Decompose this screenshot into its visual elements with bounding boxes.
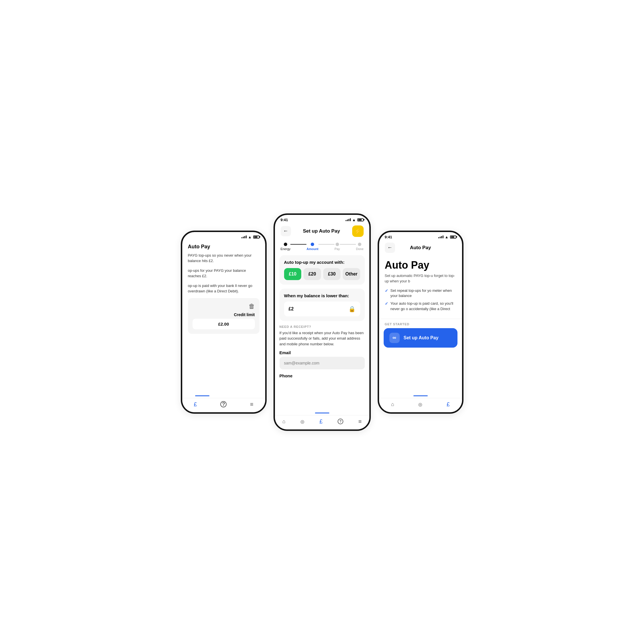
right-nav-header: ← Auto Pay <box>379 240 462 256</box>
left-desc1: PAYG top-ups so you never when your bala… <box>188 253 259 264</box>
center-help-icon: ? <box>338 419 343 424</box>
right-home-icon: ⌂ <box>391 401 394 407</box>
center-lightning-icon: ⚡ <box>354 228 361 235</box>
autopay-hero-subtitle: Set up automatic PAYG top-u forget to to… <box>379 273 462 288</box>
step-done: Done <box>356 243 363 251</box>
center-phone: 9:41 ▲ ← Set up Auto Pay ⚡ <box>274 213 371 431</box>
left-tab-indicator <box>195 395 209 396</box>
right-tab-bar: ⌂ ◎ £ <box>379 398 462 412</box>
center-back-button[interactable]: ← <box>281 226 291 236</box>
left-tab-account[interactable]: £ <box>194 401 197 408</box>
center-battery-icon <box>357 218 364 221</box>
amount-10-button[interactable]: £10 <box>284 268 302 280</box>
check-text-2: Your auto top-up is paid card, so you'll… <box>391 301 456 312</box>
autopay-checklist: ✓ Set repeat top-ups for yo meter when y… <box>379 288 462 319</box>
check-item-2: ✓ Your auto top-up is paid card, so you'… <box>385 301 456 312</box>
right-time: 9:41 <box>385 235 392 239</box>
balance-value: £2 <box>289 306 294 312</box>
amount-30-button[interactable]: £30 <box>323 268 341 280</box>
left-tab-help-icon: ? <box>220 401 227 407</box>
balance-card-title: When my balance is lower than: <box>284 293 360 298</box>
setup-btn-label: Set up Auto Pay <box>404 335 439 340</box>
step-pay: Pay <box>334 243 340 251</box>
right-status-bar: 9:41 ▲ <box>379 232 462 240</box>
center-tab-account[interactable]: £ <box>320 418 323 425</box>
check-text-1: Set repeat top-ups for yo meter when you… <box>391 288 456 299</box>
left-desc3: op-up is paid with your bank ll never go… <box>188 283 259 294</box>
center-tab-indicator <box>315 413 329 413</box>
email-input[interactable] <box>280 357 365 369</box>
center-lightning-button[interactable]: ⚡ <box>352 225 364 237</box>
step-energy: Energy <box>281 243 291 251</box>
step-line-2 <box>318 244 334 245</box>
check-item-1: ✓ Set repeat top-ups for yo meter when y… <box>385 288 456 299</box>
center-tab-home[interactable]: ⌂ <box>282 419 286 425</box>
setup-btn-infinity-icon: ∞ <box>389 333 400 343</box>
amount-buttons: £10 £20 £30 Other <box>284 268 360 280</box>
right-wifi-icon: ▲ <box>445 235 449 239</box>
center-menu-icon: ≡ <box>358 418 362 425</box>
email-label: Email <box>280 350 365 355</box>
form-section: Email Phone <box>275 350 369 378</box>
step-energy-dot <box>284 243 287 246</box>
center-tab-menu[interactable]: ≡ <box>358 418 362 425</box>
center-home-icon: ⌂ <box>282 419 286 425</box>
left-status-bar: ▲ <box>182 232 265 240</box>
left-status-icons: ▲ <box>241 235 259 239</box>
center-account-icon: £ <box>320 418 323 425</box>
right-status-icons: ▲ <box>438 235 456 239</box>
step-done-label: Done <box>356 247 363 251</box>
step-amount: Amount <box>306 243 318 251</box>
right-tab-account[interactable]: £ <box>447 401 450 408</box>
center-signal-icon <box>346 218 351 221</box>
left-tab-menu[interactable]: ≡ <box>250 401 253 408</box>
amount-20-button[interactable]: £20 <box>304 268 321 280</box>
center-wifi-icon: ▲ <box>352 218 356 222</box>
center-tab-usage[interactable]: ◎ <box>300 419 304 424</box>
right-back-icon: ← <box>387 245 393 251</box>
left-tab-menu-icon: ≡ <box>250 401 253 408</box>
scene: ▲ Auto Pay PAYG top-ups so you never whe… <box>165 213 479 431</box>
step-pay-label: Pay <box>334 247 340 251</box>
center-tab-bar: ⌂ ◎ £ ? ≡ <box>275 415 369 429</box>
center-time: 9:41 <box>281 218 288 222</box>
credit-amount-value: £2.00 <box>193 319 255 329</box>
right-phone: 9:41 ▲ ← Auto Pay Auto Pay Set up automa… <box>378 231 463 414</box>
balance-threshold-card: When my balance is lower than: £2 🔒 <box>280 289 365 321</box>
trash-icon[interactable]: 🗑 <box>249 303 255 310</box>
step-pay-dot <box>336 243 339 246</box>
get-started-label: GET STARTED <box>379 319 462 328</box>
center-status-icons: ▲ <box>346 218 364 222</box>
left-tab-help[interactable]: ? <box>220 401 227 407</box>
battery-icon <box>253 235 259 239</box>
phone-label: Phone <box>280 373 365 378</box>
topup-amount-card: Auto top-up my account with: £10 £20 £30… <box>280 255 365 285</box>
center-stepper: Energy Amount Pay Done <box>275 240 369 255</box>
step-energy-label: Energy <box>281 247 291 251</box>
check-mark-2: ✓ <box>385 301 388 306</box>
right-tab-home[interactable]: ⌂ <box>391 401 394 407</box>
right-battery-icon <box>450 235 456 239</box>
right-usage-icon: ◎ <box>418 402 422 407</box>
left-tab-bar: £ ? ≡ <box>182 398 265 412</box>
step-amount-dot <box>311 243 314 246</box>
amount-other-button[interactable]: Other <box>343 268 360 280</box>
right-signal-icon <box>438 235 443 238</box>
center-back-icon: ← <box>283 228 288 234</box>
left-main-content: Auto Pay PAYG top-ups so you never when … <box>182 240 265 341</box>
setup-autopay-button[interactable]: ∞ Set up Auto Pay <box>384 328 457 348</box>
right-account-icon: £ <box>447 401 450 408</box>
left-phone: ▲ Auto Pay PAYG top-ups so you never whe… <box>181 231 267 414</box>
receipt-text: If you'd like a receipt when your Auto P… <box>280 330 365 347</box>
credit-limit-label: Credit limit <box>234 312 255 317</box>
wifi-icon: ▲ <box>248 235 252 239</box>
center-usage-icon: ◎ <box>300 419 304 424</box>
center-status-bar: 9:41 ▲ <box>275 215 369 223</box>
autopay-hero-title: Auto Pay <box>379 256 462 273</box>
left-tab-account-icon: £ <box>194 401 197 408</box>
center-tab-help[interactable]: ? <box>338 419 343 424</box>
lock-icon: 🔒 <box>348 306 356 312</box>
right-tab-usage[interactable]: ◎ <box>418 402 422 407</box>
step-line-3 <box>340 244 356 245</box>
right-back-button[interactable]: ← <box>385 243 395 253</box>
